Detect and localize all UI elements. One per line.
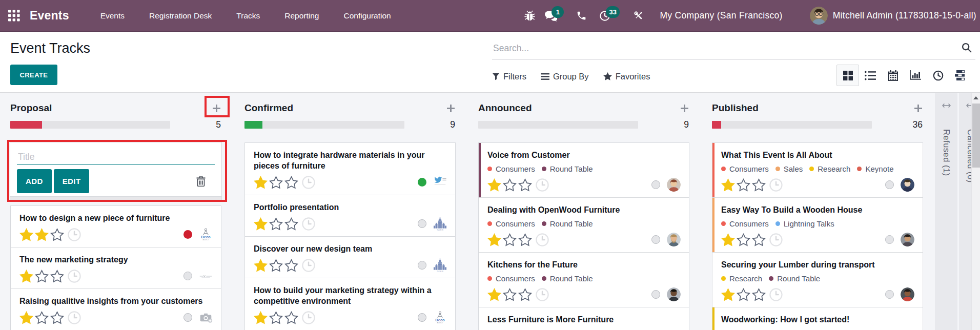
bug-icon[interactable] [523,0,536,31]
card-tag[interactable]: Round Table [769,274,820,283]
activity-clock-icon[interactable] [68,311,81,324]
logo-camera[interactable] [199,311,213,324]
activity-clock-icon[interactable]: 33 [598,0,611,31]
progress-segment[interactable] [244,121,262,129]
activity-clock-icon[interactable] [769,178,783,192]
activity-state-dot[interactable] [183,230,192,239]
card-tag[interactable]: Round Table [542,274,593,283]
card-tag[interactable]: Lightning Talks [775,219,834,228]
group-by-button[interactable]: Group By [541,72,589,81]
activity-clock-icon[interactable] [302,217,315,231]
activity-clock-icon[interactable] [302,176,315,189]
activity-state-dot[interactable] [183,313,192,322]
edit-button[interactable]: EDIT [54,169,90,193]
activity-state-dot[interactable] [885,180,894,189]
activity-clock-icon[interactable] [302,311,315,324]
star-empty-icon[interactable] [269,311,284,324]
star-empty-icon[interactable] [752,178,767,192]
star-filled-icon[interactable] [721,287,737,301]
card-tag[interactable]: Consumers [721,164,769,173]
star-empty-icon[interactable] [50,228,66,241]
card-tag[interactable]: Research [809,164,850,173]
star-empty-icon[interactable] [737,287,752,301]
topbar-menu-configuration[interactable]: Configuration [332,0,403,31]
star-empty-icon[interactable] [503,233,518,246]
kanban-card[interactable]: How to integrate hardware materials in y… [244,142,456,195]
user-avatar[interactable] [810,7,828,25]
vertical-scrollbar[interactable] [971,93,980,330]
activity-clock-icon[interactable] [536,233,549,246]
star-empty-icon[interactable] [518,233,534,246]
logo-bird[interactable] [433,175,447,189]
card-tag[interactable]: Round Table [542,164,593,173]
star-empty-icon[interactable] [50,311,66,324]
star-filled-icon[interactable] [487,233,503,246]
scrollbar-up-icon[interactable] [972,93,980,102]
activity-state-dot[interactable] [651,235,660,244]
activity-clock-icon[interactable] [68,228,81,241]
topbar-menu-events[interactable]: Events [88,0,137,31]
star-filled-icon[interactable] [19,228,35,241]
column-progressbar[interactable] [10,121,170,129]
kanban-card[interactable]: Securing your Lumber during transportRes… [712,252,923,307]
topbar-menu-registration-desk[interactable]: Registration Desk [137,0,224,31]
star-empty-icon[interactable] [284,217,300,231]
phone-icon[interactable] [575,0,588,31]
kanban-view-button[interactable] [836,65,859,86]
activity-state-dot[interactable] [183,272,192,280]
card-tag[interactable]: Consumers [487,274,535,283]
gantt-view-button[interactable] [949,65,972,86]
star-empty-icon[interactable] [518,287,534,301]
activity-state-dot[interactable] [651,290,660,299]
calendar-view-button[interactable] [882,65,904,86]
avatar-woman-smile[interactable] [901,287,914,301]
star-filled-icon[interactable] [487,287,503,301]
star-filled-icon[interactable] [254,258,269,272]
star-filled-icon[interactable] [254,175,269,189]
star-empty-icon[interactable] [269,217,284,231]
star-filled-icon[interactable] [721,178,737,192]
activity-state-dot[interactable] [418,178,426,187]
star-empty-icon[interactable] [284,258,300,272]
avatar-boy[interactable] [901,178,914,192]
activity-state-dot[interactable] [418,261,426,270]
kanban-card[interactable]: Voice from CustomerConsumersRound Table [478,142,689,198]
logo-small-text[interactable] [199,269,213,283]
topbar-menu-tracks[interactable]: Tracks [224,0,272,31]
kanban-card[interactable]: How to build your marketing strategy wit… [244,278,456,330]
company-switcher[interactable]: My Company (San Francisco) [660,10,782,21]
activity-state-dot[interactable] [885,290,894,299]
add-record-plus-icon[interactable] [211,103,221,113]
add-record-plus-icon[interactable] [445,103,456,113]
kanban-card[interactable]: Easy Way To Build a Wooden HouseConsumer… [712,197,923,253]
star-empty-icon[interactable] [35,269,50,283]
activity-clock-icon[interactable] [536,288,549,301]
activity-view-button[interactable] [927,65,949,86]
kanban-card[interactable]: What This Event Is All AboutConsumersSal… [712,142,923,198]
column-progressbar[interactable] [712,121,872,129]
scrollbar-thumb[interactable] [972,104,980,168]
user-menu[interactable]: Mitchell Admin (11783018-15-0-all) [833,10,976,21]
create-button[interactable]: CREATE [10,65,57,85]
activity-state-dot[interactable] [651,180,660,189]
avatar-man-dark[interactable] [667,287,681,301]
card-tag[interactable]: Consumers [487,164,535,173]
star-filled-icon[interactable] [19,269,35,283]
progress-segment[interactable] [10,121,42,129]
star-empty-icon[interactable] [752,287,767,301]
filters-button[interactable]: Filters [492,72,526,81]
graph-view-button[interactable] [904,65,927,86]
avatar-woman-auburn[interactable] [667,178,681,192]
kanban-card[interactable]: The new marketing strategy [10,247,221,289]
star-empty-icon[interactable] [269,258,284,272]
card-tag[interactable]: Sales [775,164,803,173]
kanban-card[interactable]: Discover our new design team TUCK IN [244,236,456,278]
star-empty-icon[interactable] [35,311,50,324]
add-record-plus-icon[interactable] [913,103,923,113]
star-empty-icon[interactable] [752,233,767,246]
column-progressbar[interactable] [478,121,638,129]
avatar-man-beard[interactable] [667,233,681,246]
add-button[interactable]: ADD [17,169,52,193]
card-tag[interactable]: Research [721,274,762,283]
activity-clock-icon[interactable] [769,288,783,301]
